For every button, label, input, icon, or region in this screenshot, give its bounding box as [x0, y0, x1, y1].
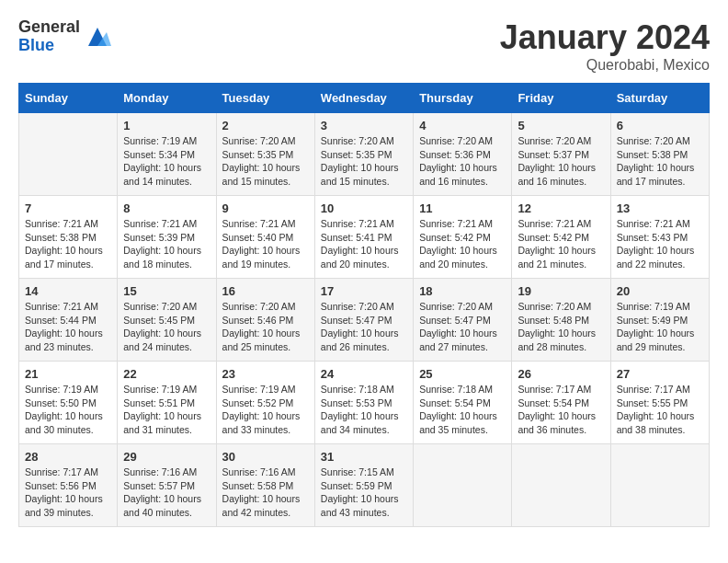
calendar-cell: 21Sunrise: 7:19 AM Sunset: 5:50 PM Dayli… [19, 362, 118, 444]
day-info: Sunrise: 7:19 AM Sunset: 5:49 PM Dayligh… [617, 300, 703, 354]
month-title: January 2024 [500, 18, 710, 57]
calendar-cell: 4Sunrise: 7:20 AM Sunset: 5:36 PM Daylig… [414, 113, 512, 196]
day-info: Sunrise: 7:16 AM Sunset: 5:58 PM Dayligh… [222, 465, 309, 520]
week-row-4: 21Sunrise: 7:19 AM Sunset: 5:50 PM Dayli… [19, 362, 710, 444]
day-info: Sunrise: 7:19 AM Sunset: 5:51 PM Dayligh… [123, 383, 210, 437]
day-info: Sunrise: 7:18 AM Sunset: 5:53 PM Dayligh… [321, 383, 407, 437]
day-info: Sunrise: 7:21 AM Sunset: 5:39 PM Dayligh… [123, 217, 210, 271]
calendar-cell: 12Sunrise: 7:21 AM Sunset: 5:42 PM Dayli… [512, 196, 610, 279]
day-info: Sunrise: 7:20 AM Sunset: 5:38 PM Dayligh… [617, 134, 703, 189]
day-number: 13 [617, 201, 703, 215]
calendar-cell: 3Sunrise: 7:20 AM Sunset: 5:35 PM Daylig… [314, 113, 413, 196]
day-info: Sunrise: 7:20 AM Sunset: 5:48 PM Dayligh… [518, 300, 604, 354]
calendar-cell: 25Sunrise: 7:18 AM Sunset: 5:54 PM Dayli… [414, 362, 512, 444]
calendar-cell: 15Sunrise: 7:20 AM Sunset: 5:45 PM Dayli… [118, 279, 216, 362]
weekday-header-sunday: Sunday [19, 84, 118, 113]
day-number: 26 [518, 367, 604, 381]
day-number: 1 [123, 119, 210, 132]
week-row-3: 14Sunrise: 7:21 AM Sunset: 5:44 PM Dayli… [19, 279, 710, 362]
day-number: 21 [25, 367, 111, 381]
day-number: 5 [518, 119, 604, 132]
calendar-cell: 17Sunrise: 7:20 AM Sunset: 5:47 PM Dayli… [314, 279, 413, 362]
day-info: Sunrise: 7:20 AM Sunset: 5:45 PM Dayligh… [123, 300, 210, 354]
day-number: 12 [518, 201, 604, 215]
day-info: Sunrise: 7:21 AM Sunset: 5:40 PM Dayligh… [222, 217, 309, 271]
calendar-cell: 16Sunrise: 7:20 AM Sunset: 5:46 PM Dayli… [216, 279, 314, 362]
day-info: Sunrise: 7:21 AM Sunset: 5:44 PM Dayligh… [25, 300, 111, 354]
calendar-cell: 14Sunrise: 7:21 AM Sunset: 5:44 PM Dayli… [19, 279, 118, 362]
day-number: 24 [321, 367, 407, 381]
location: Querobabi, Mexico [500, 57, 710, 74]
day-number: 31 [321, 450, 407, 464]
logo-blue: Blue [18, 37, 80, 55]
weekday-header-tuesday: Tuesday [216, 84, 314, 113]
day-number: 18 [419, 284, 506, 298]
weekday-header-saturday: Saturday [610, 84, 709, 113]
day-number: 29 [123, 450, 210, 464]
day-info: Sunrise: 7:17 AM Sunset: 5:56 PM Dayligh… [25, 465, 111, 520]
calendar-cell [414, 444, 512, 527]
day-info: Sunrise: 7:20 AM Sunset: 5:35 PM Dayligh… [222, 134, 309, 189]
day-info: Sunrise: 7:19 AM Sunset: 5:34 PM Dayligh… [123, 134, 210, 189]
day-number: 7 [25, 201, 111, 215]
day-info: Sunrise: 7:15 AM Sunset: 5:59 PM Dayligh… [321, 465, 407, 520]
logo-general: General [18, 18, 80, 37]
day-number: 28 [25, 450, 111, 464]
day-info: Sunrise: 7:19 AM Sunset: 5:50 PM Dayligh… [25, 383, 111, 437]
day-number: 25 [419, 367, 506, 381]
day-info: Sunrise: 7:20 AM Sunset: 5:36 PM Dayligh… [419, 134, 506, 189]
day-number: 11 [419, 201, 506, 215]
calendar-cell: 18Sunrise: 7:20 AM Sunset: 5:47 PM Dayli… [414, 279, 512, 362]
calendar-cell: 1Sunrise: 7:19 AM Sunset: 5:34 PM Daylig… [118, 113, 216, 196]
title-block: January 2024 Querobabi, Mexico [500, 18, 710, 74]
day-number: 8 [123, 201, 210, 215]
weekday-header-friday: Friday [512, 84, 610, 113]
calendar-cell: 28Sunrise: 7:17 AM Sunset: 5:56 PM Dayli… [19, 444, 118, 527]
calendar-cell [610, 444, 709, 527]
calendar-cell: 31Sunrise: 7:15 AM Sunset: 5:59 PM Dayli… [314, 444, 413, 527]
logo-icon [84, 23, 111, 51]
weekday-header-row: SundayMondayTuesdayWednesdayThursdayFrid… [19, 84, 710, 113]
day-number: 30 [222, 450, 309, 464]
day-info: Sunrise: 7:20 AM Sunset: 5:46 PM Dayligh… [222, 300, 309, 354]
day-info: Sunrise: 7:20 AM Sunset: 5:37 PM Dayligh… [518, 134, 604, 189]
day-number: 9 [222, 201, 309, 215]
day-info: Sunrise: 7:20 AM Sunset: 5:35 PM Dayligh… [321, 134, 407, 189]
day-info: Sunrise: 7:16 AM Sunset: 5:57 PM Dayligh… [123, 465, 210, 520]
day-info: Sunrise: 7:18 AM Sunset: 5:54 PM Dayligh… [419, 383, 506, 437]
calendar-cell: 11Sunrise: 7:21 AM Sunset: 5:42 PM Dayli… [414, 196, 512, 279]
day-info: Sunrise: 7:20 AM Sunset: 5:47 PM Dayligh… [419, 300, 506, 354]
day-number: 16 [222, 284, 309, 298]
calendar-cell [19, 113, 118, 196]
day-info: Sunrise: 7:21 AM Sunset: 5:43 PM Dayligh… [617, 217, 703, 271]
page-header: General Blue January 2024 Querobabi, Mex… [18, 18, 710, 74]
calendar-cell: 26Sunrise: 7:17 AM Sunset: 5:54 PM Dayli… [512, 362, 610, 444]
calendar-cell: 23Sunrise: 7:19 AM Sunset: 5:52 PM Dayli… [216, 362, 314, 444]
logo: General Blue [18, 18, 111, 55]
calendar-cell: 27Sunrise: 7:17 AM Sunset: 5:55 PM Dayli… [610, 362, 709, 444]
day-info: Sunrise: 7:20 AM Sunset: 5:47 PM Dayligh… [321, 300, 407, 354]
day-info: Sunrise: 7:17 AM Sunset: 5:55 PM Dayligh… [617, 383, 703, 437]
day-number: 2 [222, 119, 309, 132]
day-number: 4 [419, 119, 506, 132]
calendar-cell [512, 444, 610, 527]
calendar-cell: 6Sunrise: 7:20 AM Sunset: 5:38 PM Daylig… [610, 113, 709, 196]
calendar-cell: 13Sunrise: 7:21 AM Sunset: 5:43 PM Dayli… [610, 196, 709, 279]
day-info: Sunrise: 7:19 AM Sunset: 5:52 PM Dayligh… [222, 383, 309, 437]
calendar-cell: 19Sunrise: 7:20 AM Sunset: 5:48 PM Dayli… [512, 279, 610, 362]
weekday-header-wednesday: Wednesday [314, 84, 413, 113]
calendar-cell: 22Sunrise: 7:19 AM Sunset: 5:51 PM Dayli… [118, 362, 216, 444]
calendar-cell: 10Sunrise: 7:21 AM Sunset: 5:41 PM Dayli… [314, 196, 413, 279]
day-number: 20 [617, 284, 703, 298]
calendar-cell: 5Sunrise: 7:20 AM Sunset: 5:37 PM Daylig… [512, 113, 610, 196]
calendar-cell: 20Sunrise: 7:19 AM Sunset: 5:49 PM Dayli… [610, 279, 709, 362]
calendar-cell: 9Sunrise: 7:21 AM Sunset: 5:40 PM Daylig… [216, 196, 314, 279]
calendar-cell: 29Sunrise: 7:16 AM Sunset: 5:57 PM Dayli… [118, 444, 216, 527]
weekday-header-monday: Monday [118, 84, 216, 113]
day-number: 27 [617, 367, 703, 381]
day-number: 17 [321, 284, 407, 298]
weekday-header-thursday: Thursday [414, 84, 512, 113]
day-info: Sunrise: 7:21 AM Sunset: 5:42 PM Dayligh… [419, 217, 506, 271]
day-number: 14 [25, 284, 111, 298]
day-number: 6 [617, 119, 703, 132]
